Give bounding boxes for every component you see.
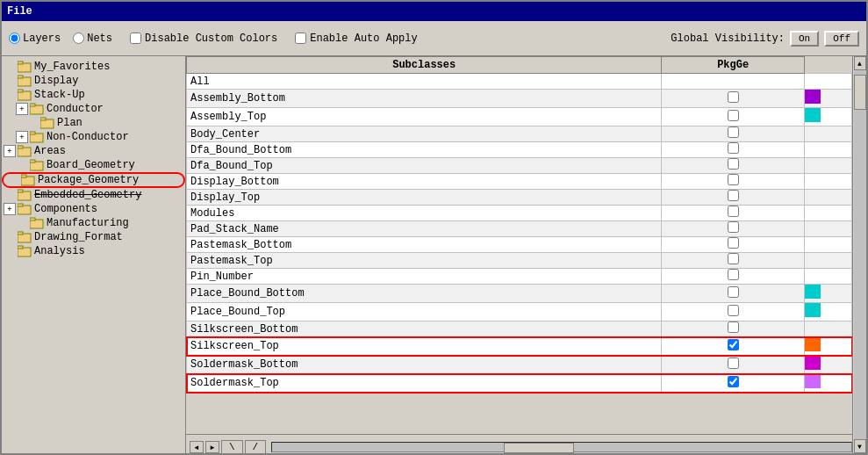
checkbox-11[interactable] (728, 253, 739, 264)
color-cell-2[interactable] (804, 108, 851, 126)
tree-item-plan[interactable]: Plan (2, 116, 185, 130)
table-row[interactable]: Pin_Number (187, 269, 852, 285)
table-row[interactable]: Modules (187, 206, 852, 221)
tree-item-embedded_geometry[interactable]: Embedded_Geometry (2, 188, 185, 202)
tree-item-stack_up[interactable]: Stack-Up (2, 88, 185, 102)
check-cell-0[interactable] (662, 74, 804, 90)
visibility-on-button[interactable]: On (790, 31, 819, 47)
color-cell-0[interactable] (804, 74, 851, 90)
checkbox-6[interactable] (728, 174, 739, 185)
table-row[interactable]: Silkscreen_Top (187, 337, 852, 356)
table-row[interactable]: Display_Top (187, 190, 852, 206)
nets-radio[interactable] (73, 32, 84, 44)
expand-icon-components[interactable]: + (4, 203, 16, 215)
color-cell-11[interactable] (804, 253, 851, 269)
checkbox-15[interactable] (728, 321, 739, 333)
table-row[interactable]: Pad_Stack_Name (187, 221, 852, 237)
nets-radio-item[interactable]: Nets (73, 32, 112, 45)
color-cell-8[interactable] (804, 206, 851, 221)
checkbox-3[interactable] (728, 126, 739, 138)
checkbox-8[interactable] (728, 206, 739, 217)
table-row[interactable]: Place_Bound_Top (187, 303, 852, 321)
tab-scroll-left[interactable]: ◄ (190, 441, 204, 453)
color-cell-15[interactable] (804, 321, 851, 337)
check-cell-3[interactable] (662, 126, 804, 142)
color-cell-18[interactable] (804, 374, 851, 393)
tree-item-board_geometry[interactable]: Board_Geometry (2, 158, 185, 172)
enable-auto-apply-item[interactable]: Enable Auto Apply (295, 32, 417, 45)
check-cell-10[interactable] (662, 237, 804, 253)
table-row[interactable]: Dfa_Bound_Top (187, 158, 852, 174)
visibility-off-button[interactable]: Off (824, 31, 859, 47)
check-cell-13[interactable] (662, 285, 804, 303)
tab-slash[interactable]: / (245, 440, 267, 453)
color-cell-1[interactable] (804, 90, 851, 108)
checkbox-13[interactable] (728, 286, 739, 298)
table-row[interactable]: Assembly_Top (187, 108, 852, 126)
tree-item-areas[interactable]: + Areas (2, 144, 185, 158)
scroll-up-arrow[interactable]: ▲ (854, 56, 866, 70)
table-row[interactable]: Pastemask_Bottom (187, 237, 852, 253)
table-row[interactable]: Body_Center (187, 126, 852, 142)
check-cell-11[interactable] (662, 253, 804, 269)
checkbox-5[interactable] (728, 158, 739, 170)
table-row[interactable]: Soldermask_Bottom (187, 356, 852, 374)
tree-item-components[interactable]: + Components (2, 202, 185, 216)
tab-backslash[interactable]: \ (221, 440, 243, 453)
checkbox-10[interactable] (728, 237, 739, 249)
checkbox-1[interactable] (728, 91, 739, 103)
check-cell-15[interactable] (662, 321, 804, 337)
tree-item-analysis[interactable]: Analysis (2, 244, 185, 258)
check-cell-6[interactable] (662, 174, 804, 190)
checkbox-16[interactable] (728, 339, 739, 350)
disable-custom-colors-item[interactable]: Disable Custom Colors (130, 32, 277, 45)
vertical-scrollbar[interactable]: ▲ ▼ (852, 56, 866, 453)
table-row[interactable]: Soldermask_Top (187, 374, 852, 393)
table-container[interactable]: Subclasses PkgGe AllAssembly_BottomAssem… (186, 56, 852, 434)
check-cell-9[interactable] (662, 221, 804, 237)
v-scroll-thumb[interactable] (854, 75, 866, 110)
checkbox-9[interactable] (728, 221, 739, 233)
table-row[interactable]: Dfa_Bound_Bottom (187, 142, 852, 158)
expand-icon-conductor[interactable]: + (16, 103, 28, 115)
tree-item-non_conductor[interactable]: + Non-Conductor (2, 130, 185, 144)
table-row[interactable]: Place_Bound_Bottom (187, 285, 852, 303)
check-cell-18[interactable] (662, 374, 804, 393)
layers-radio-item[interactable]: Layers (9, 32, 61, 45)
table-row[interactable]: All (187, 74, 852, 90)
checkbox-18[interactable] (728, 376, 739, 387)
disable-custom-colors-checkbox[interactable] (130, 32, 141, 44)
check-cell-1[interactable] (662, 90, 804, 108)
checkbox-17[interactable] (728, 358, 739, 369)
table-row[interactable]: Silkscreen_Bottom (187, 321, 852, 337)
color-cell-9[interactable] (804, 221, 851, 237)
check-cell-16[interactable] (662, 337, 804, 356)
tree-item-package_geometry[interactable]: Package_Geometry (2, 172, 185, 188)
color-cell-5[interactable] (804, 158, 851, 174)
color-cell-14[interactable] (804, 303, 851, 321)
layers-radio[interactable] (9, 32, 20, 44)
checkbox-2[interactable] (728, 110, 739, 121)
color-cell-16[interactable] (804, 337, 851, 356)
expand-icon-areas[interactable]: + (4, 145, 16, 157)
color-cell-12[interactable] (804, 269, 851, 285)
color-cell-17[interactable] (804, 356, 851, 374)
check-cell-7[interactable] (662, 190, 804, 206)
check-cell-14[interactable] (662, 303, 804, 321)
check-cell-8[interactable] (662, 206, 804, 221)
check-cell-2[interactable] (662, 108, 804, 126)
checkbox-12[interactable] (728, 269, 739, 280)
scroll-down-arrow[interactable]: ▼ (854, 439, 866, 453)
checkbox-14[interactable] (728, 305, 739, 316)
color-cell-3[interactable] (804, 126, 851, 142)
tree-item-favorites[interactable]: My_Favorites (2, 60, 185, 74)
table-row[interactable]: Pastemask_Top (187, 253, 852, 269)
v-scroll-track[interactable] (854, 70, 866, 439)
checkbox-4[interactable] (728, 142, 739, 154)
color-cell-13[interactable] (804, 285, 851, 303)
color-cell-6[interactable] (804, 174, 851, 190)
tab-scroll-right[interactable]: ► (205, 441, 219, 453)
tree-item-manufacturing[interactable]: Manufacturing (2, 216, 185, 230)
check-cell-17[interactable] (662, 356, 804, 374)
table-row[interactable]: Assembly_Bottom (187, 90, 852, 108)
